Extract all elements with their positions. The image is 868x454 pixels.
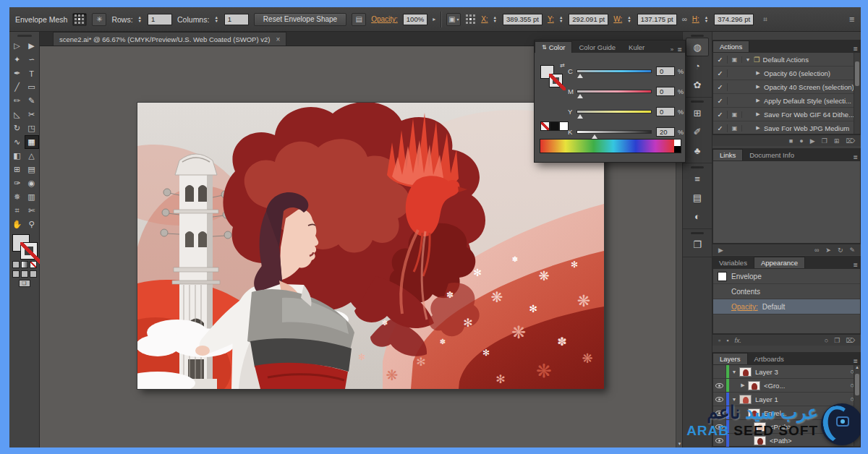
tab-artboards[interactable]: Artboards bbox=[748, 353, 791, 364]
rows-input[interactable]: 1 bbox=[148, 14, 172, 25]
collapse-panels-icon[interactable]: ≣ bbox=[849, 15, 855, 23]
hand-tool[interactable]: ✋ bbox=[10, 218, 25, 231]
recolor-artwork-icon[interactable]: ✿ bbox=[683, 75, 712, 94]
lasso-tool[interactable]: ∽ bbox=[25, 53, 39, 67]
add-new-stroke-icon[interactable]: ▫ bbox=[718, 337, 720, 344]
layer-row[interactable]: ▼ Layer 3 ○ bbox=[713, 365, 860, 379]
gradient-mode-button[interactable] bbox=[21, 261, 28, 268]
rectangle-tool[interactable]: ▭ bbox=[25, 80, 39, 94]
gradient-panel-icon[interactable]: ▤ bbox=[683, 188, 712, 207]
swap-fill-stroke-icon[interactable]: ⇄ bbox=[560, 62, 565, 69]
clear-appearance-icon[interactable]: ○ bbox=[825, 337, 828, 344]
graphic-styles-panel-icon[interactable]: ❐ bbox=[683, 235, 712, 254]
tab-document-info[interactable]: Document Info bbox=[743, 149, 801, 160]
opacity-input[interactable]: 100% bbox=[403, 14, 427, 25]
play-action-icon[interactable]: ▶ bbox=[810, 137, 815, 145]
action-check-icon[interactable]: ✓ bbox=[713, 97, 728, 105]
tab-links[interactable]: Links bbox=[712, 149, 743, 160]
action-dialog-icon[interactable]: ▣ bbox=[728, 111, 742, 118]
type-tool[interactable]: T bbox=[25, 67, 39, 80]
layer-row[interactable]: ▶ <Gro... ○ bbox=[713, 379, 860, 393]
symbols-panel-icon[interactable]: ♣ bbox=[683, 141, 712, 160]
action-check-icon[interactable]: ✓ bbox=[713, 83, 728, 91]
expand-icon[interactable]: ▶ bbox=[738, 382, 748, 388]
magenta-value-input[interactable]: 0 bbox=[656, 87, 675, 96]
color-panel-menu-icon[interactable]: ≣ bbox=[677, 46, 682, 53]
h-input[interactable]: 374.296 pt bbox=[714, 14, 754, 25]
width-tool[interactable]: ∿ bbox=[10, 135, 25, 149]
gradient-mesh-tool[interactable]: ⊞ bbox=[10, 163, 25, 176]
envelope-options-button[interactable]: ▤ bbox=[352, 13, 366, 26]
perspective-grid-tool[interactable]: △ bbox=[25, 149, 39, 163]
show-link-info-icon[interactable]: ▶ bbox=[718, 247, 723, 254]
add-new-fill-icon[interactable]: ▪ bbox=[726, 337, 728, 344]
draw-inside-button[interactable] bbox=[30, 270, 37, 278]
artboard-tool[interactable]: ⌗ bbox=[10, 204, 25, 218]
y-label[interactable]: Y: bbox=[548, 15, 554, 23]
none-swatch[interactable] bbox=[540, 121, 550, 131]
update-link-icon[interactable]: ↻ bbox=[838, 247, 843, 254]
gradient-tool[interactable]: ▤ bbox=[25, 163, 39, 176]
appearance-row[interactable]: Envelope bbox=[713, 269, 860, 284]
color-panel-icon[interactable]: ◍ bbox=[686, 38, 709, 56]
yellow-value-input[interactable]: 0 bbox=[656, 107, 675, 116]
expand-icon[interactable]: ▶ bbox=[752, 70, 764, 76]
rows-stepper[interactable]: ▲▼ bbox=[138, 16, 142, 23]
expand-tabs-icon[interactable]: » bbox=[671, 46, 673, 53]
fill-stroke-mini[interactable]: ⇄ bbox=[540, 65, 562, 87]
eraser-tool[interactable]: ◺ bbox=[10, 108, 25, 121]
color-mode-button[interactable] bbox=[12, 261, 20, 268]
columns-stepper[interactable]: ▲▼ bbox=[214, 16, 218, 23]
slice-tool[interactable]: ✄ bbox=[25, 204, 39, 218]
visibility-toggle[interactable] bbox=[713, 365, 726, 378]
new-action-icon[interactable]: ⊞ bbox=[834, 137, 840, 145]
stroke-panel-icon[interactable]: ≡ bbox=[683, 169, 712, 188]
reference-point-locator[interactable] bbox=[466, 14, 476, 25]
reset-envelope-shape-button[interactable]: Reset Envelope Shape bbox=[254, 13, 346, 26]
delete-item-icon[interactable]: ⌦ bbox=[846, 337, 855, 344]
style-button[interactable]: ▣▾ bbox=[446, 13, 461, 26]
tab-color-guide[interactable]: Color Guide bbox=[572, 41, 622, 53]
expand-icon[interactable]: ▼ bbox=[729, 397, 739, 402]
cyan-value-input[interactable]: 0 bbox=[656, 67, 675, 76]
expand-icon[interactable]: ▶ bbox=[752, 98, 764, 103]
visibility-toggle[interactable] bbox=[713, 379, 726, 392]
action-row[interactable]: ✓ ▣ ▶ Save For Web JPG Medium bbox=[713, 121, 860, 135]
tab-kuler[interactable]: Kuler bbox=[622, 41, 651, 53]
layer-thumbnail[interactable] bbox=[748, 381, 760, 390]
cyan-slider[interactable]: C 0 % bbox=[568, 67, 684, 76]
action-check-icon[interactable]: ✓ bbox=[713, 69, 728, 77]
yellow-slider[interactable]: Y 0 % bbox=[568, 107, 684, 116]
rotate-tool[interactable]: ↻ bbox=[10, 121, 25, 135]
edit-original-icon[interactable]: ✎ bbox=[849, 247, 855, 254]
action-dialog-icon[interactable]: ▣ bbox=[728, 125, 742, 132]
opacity-attribute-link[interactable]: Opacity: bbox=[731, 303, 758, 311]
tab-cycle-icon[interactable]: ⇅ bbox=[542, 44, 547, 51]
draw-behind-button[interactable] bbox=[21, 270, 28, 278]
delete-action-icon[interactable]: ⌦ bbox=[846, 137, 855, 145]
expand-icon[interactable]: ▶ bbox=[752, 125, 764, 131]
transform-panel-icon[interactable]: ⌗ bbox=[763, 15, 767, 24]
pen-tool[interactable]: ✒ bbox=[10, 67, 25, 80]
action-row[interactable]: ✓ ▶ Apply Default Style (selecti... bbox=[713, 94, 860, 108]
zoom-tool[interactable]: ⚲ bbox=[25, 218, 39, 231]
layer-thumbnail[interactable] bbox=[739, 367, 752, 377]
x-input[interactable]: 389.355 pt bbox=[503, 14, 542, 25]
actions-panel-menu-icon[interactable]: ≣ bbox=[853, 46, 861, 52]
free-transform-tool[interactable]: ◳ bbox=[25, 121, 39, 135]
selection-tool[interactable]: ▶ bbox=[25, 39, 39, 53]
scroll-down-arrow[interactable]: ▼ bbox=[676, 440, 682, 447]
swatches-panel-icon[interactable]: ⊞ bbox=[683, 103, 712, 122]
add-effect-icon[interactable]: fx. bbox=[734, 337, 741, 344]
black-slider[interactable]: K 20 % bbox=[568, 127, 684, 137]
actions-scrollbar[interactable] bbox=[854, 53, 860, 134]
w-input[interactable]: 137.175 pt bbox=[637, 14, 677, 25]
y-input[interactable]: 292.091 pt bbox=[569, 14, 608, 25]
magenta-slider[interactable]: M 0 % bbox=[568, 87, 684, 96]
stop-recording-icon[interactable]: ■ bbox=[789, 137, 793, 145]
action-row[interactable]: ✓ ▶ Opacity 60 (selection) bbox=[713, 67, 860, 80]
appearance-panel-menu-icon[interactable]: ≣ bbox=[853, 262, 861, 268]
appearance-row[interactable]: Contents bbox=[713, 284, 860, 299]
tab-layers[interactable]: Layers bbox=[712, 353, 748, 364]
relink-icon[interactable]: ∞ bbox=[814, 247, 819, 254]
